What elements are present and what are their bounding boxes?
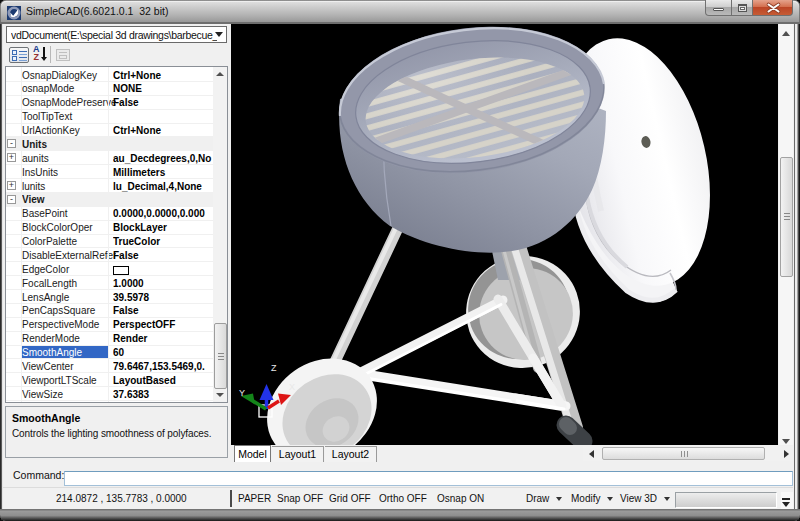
svg-text:X: X [289, 382, 295, 392]
svg-text:Z: Z [271, 363, 277, 373]
svg-text:Y: Y [239, 388, 245, 398]
